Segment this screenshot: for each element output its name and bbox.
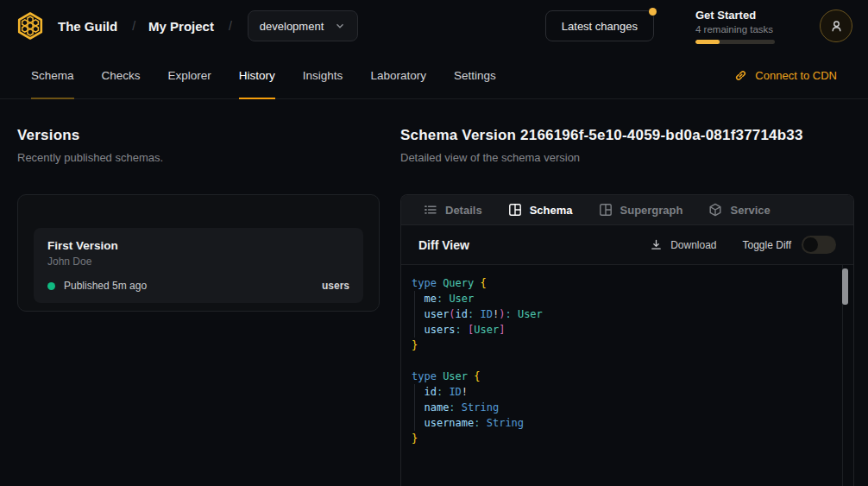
code-line: name: String [412, 400, 834, 415]
nav-tab-schema[interactable]: Schema [31, 52, 74, 98]
code-lines: type Query { me: User user(id: ID!): Use… [412, 275, 834, 446]
top-bar: The Guild / My Project / development Lat… [0, 0, 868, 52]
breadcrumb-separator: / [229, 19, 232, 33]
schema-version-card: DetailsSchemaSupergraphService Diff View… [400, 194, 854, 486]
code-line: type User { [412, 369, 834, 384]
nav-tab-label: Insights [303, 69, 343, 82]
nav-tab-label: Explorer [168, 69, 211, 82]
nav-tab-checks[interactable]: Checks [102, 52, 141, 98]
latest-changes-button[interactable]: Latest changes [545, 10, 654, 41]
diff-view-header: Diff View Download Toggle Diff [401, 225, 853, 265]
main-nav: SchemaChecksExplorerHistoryInsightsLabor… [0, 52, 868, 99]
switch-knob [803, 237, 818, 252]
person-icon [829, 19, 844, 34]
content: Versions Recently published schemas. Fir… [0, 99, 868, 486]
toggle-diff-label: Toggle Diff [743, 239, 791, 251]
version-status-row: Published 5m agousers [47, 280, 349, 292]
get-started-progress-bar [695, 40, 775, 44]
schema-sdl-viewer[interactable]: type Query { me: User user(id: ID!): Use… [401, 265, 853, 486]
chevron-down-icon [334, 20, 346, 32]
get-started-title: Get Started [695, 9, 783, 22]
service-name-badge: users [322, 280, 349, 292]
versions-card: First VersionJohn DoePublished 5m agouse… [17, 194, 380, 312]
download-label: Download [670, 239, 716, 251]
project-link[interactable]: My Project [148, 19, 214, 34]
columns-icon [508, 203, 522, 217]
code-line: users: [User] [412, 322, 834, 338]
columns-icon [599, 203, 613, 217]
nav-tab-explorer[interactable]: Explorer [168, 52, 211, 98]
version-detail-panel: Schema Version 2166196f-5e10-4059-bd0a-0… [400, 127, 854, 486]
code-line: me: User [412, 291, 834, 306]
user-avatar[interactable] [820, 9, 852, 42]
version-author: John Doe [47, 256, 349, 268]
latest-changes-label: Latest changes [562, 20, 638, 33]
toggle-diff-switch[interactable] [802, 236, 836, 254]
breadcrumb: The Guild / My Project / development [16, 10, 358, 41]
nav-tab-history[interactable]: History [239, 52, 275, 98]
target-selector[interactable]: development [248, 10, 358, 41]
nav-tab-settings[interactable]: Settings [454, 52, 496, 98]
nav-tab-label: Checks [102, 69, 141, 82]
code-line: username: String [412, 415, 834, 431]
connect-cdn-label: Connect to CDN [755, 69, 837, 82]
download-button[interactable]: Download [650, 238, 716, 251]
diff-view-actions: Download Toggle Diff [650, 236, 836, 254]
target-selector-value: development [260, 20, 324, 33]
nav-tab-label: History [239, 69, 275, 82]
versions-title: Versions [17, 127, 380, 144]
get-started-progress-fill [695, 40, 720, 44]
scrollbar-thumb[interactable] [842, 268, 848, 305]
version-status: Published 5m ago [64, 280, 147, 292]
version-list-item[interactable]: First VersionJohn DoePublished 5m agouse… [34, 228, 363, 303]
link-icon [734, 69, 747, 82]
detail-tab-label: Details [445, 204, 482, 217]
detail-tab-label: Service [730, 204, 770, 217]
published-status-dot [47, 282, 55, 290]
diff-view-title: Diff View [418, 238, 469, 252]
detail-tab-service[interactable]: Service [708, 203, 770, 217]
versions-subtitle: Recently published schemas. [17, 151, 380, 165]
detail-tab-label: Schema [530, 204, 573, 217]
detail-tab-schema[interactable]: Schema [508, 203, 573, 217]
code-line: user(id: ID!): User [412, 306, 834, 322]
notification-dot [649, 8, 657, 16]
org-link[interactable]: The Guild [58, 19, 117, 34]
code-line [412, 353, 834, 369]
app-root: The Guild / My Project / development Lat… [0, 0, 868, 486]
nav-tab-laboratory[interactable]: Laboratory [370, 52, 426, 98]
schema-version-subtitle: Detailed view of the schema version [400, 151, 854, 165]
nav-tab-insights[interactable]: Insights [303, 52, 343, 98]
code-line: } [412, 431, 834, 446]
detail-tab-details[interactable]: Details [424, 203, 482, 217]
versions-panel: Versions Recently published schemas. Fir… [17, 127, 380, 486]
code-line: type Query { [412, 275, 834, 291]
code-line: id: ID! [412, 384, 834, 400]
cube-icon [708, 203, 722, 217]
breadcrumb-separator: / [132, 19, 135, 33]
download-icon [650, 238, 663, 251]
get-started-widget[interactable]: Get Started 4 remaining tasks [695, 9, 783, 44]
schema-version-title: Schema Version 2166196f-5e10-4059-bd0a-0… [400, 127, 854, 144]
detail-tab-label: Supergraph [620, 204, 683, 217]
connect-cdn-link[interactable]: Connect to CDN [734, 52, 837, 98]
header-actions: Latest changes Get Started 4 remaining t… [545, 9, 852, 44]
nav-tab-label: Settings [454, 69, 496, 82]
detail-tabs: DetailsSchemaSupergraphService [401, 195, 853, 225]
code-line: } [412, 338, 834, 353]
list-icon [424, 203, 437, 217]
nav-tab-label: Schema [31, 69, 74, 82]
version-name: First Version [47, 239, 349, 252]
nav-tab-label: Laboratory [370, 69, 426, 82]
nav-tabs: SchemaChecksExplorerHistoryInsightsLabor… [31, 52, 496, 98]
detail-tab-supergraph[interactable]: Supergraph [599, 203, 683, 217]
hive-logo-icon[interactable] [16, 11, 45, 41]
get-started-subtitle: 4 remaining tasks [695, 24, 783, 35]
